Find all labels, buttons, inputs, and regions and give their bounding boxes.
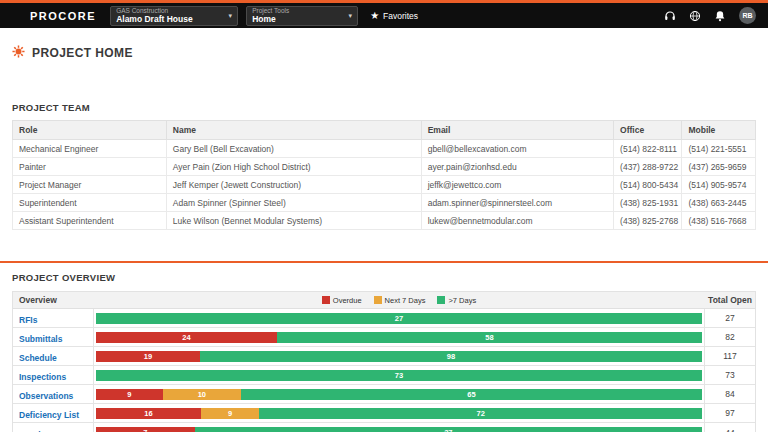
stacked-bar: 27	[96, 313, 702, 324]
total-open-value: 27	[705, 313, 755, 323]
project-tools-selector[interactable]: Project Tools Home ▾	[246, 6, 358, 26]
bar-segment: 10	[163, 389, 241, 400]
team-cell-mobile: (438) 516-7668	[682, 212, 756, 230]
bar-segment: 7	[96, 427, 195, 432]
team-cell-email: jeffk@jewettco.com	[421, 176, 613, 194]
bar-segment: 9	[201, 408, 259, 419]
stacked-bar: 16972	[96, 408, 702, 419]
team-cell-office: (514) 800-5434	[614, 176, 682, 194]
overview-tool-link[interactable]: Submittals	[19, 334, 62, 344]
bar-segment: 65	[241, 389, 702, 400]
team-cell-office: (514) 822-8111	[614, 140, 682, 158]
team-cell-office: (437) 288-9722	[614, 158, 682, 176]
bar-segment: 27	[96, 313, 702, 324]
stacked-bar: 1998	[96, 351, 702, 362]
bar-segment: 58	[277, 332, 702, 343]
team-cell-email: lukew@bennetmodular.com	[421, 212, 613, 230]
bar-segment: 37	[195, 427, 702, 432]
notifications-bell-icon[interactable]	[714, 10, 726, 22]
team-col-name: Name	[166, 121, 421, 140]
bar-segment: 72	[259, 408, 702, 419]
team-cell-role: Superintendent	[13, 194, 167, 212]
team-cell-office: (438) 825-1931	[614, 194, 682, 212]
team-row: Project Manager Jeff Kemper (Jewett Cons…	[13, 176, 756, 194]
stacked-bar: 73	[96, 370, 702, 381]
team-cell-mobile: (514) 221-5551	[682, 140, 756, 158]
team-cell-name: Adam Spinner (Spinner Steel)	[166, 194, 421, 212]
legend-label: Next 7 Days	[385, 296, 426, 305]
project-overview-heading: PROJECT OVERVIEW	[12, 272, 756, 283]
legend-swatch-icon	[322, 296, 330, 304]
total-open-value: 44	[705, 428, 755, 432]
project-overview-table: Overview Overdue Next 7 Days >7 Days Tot…	[12, 291, 756, 432]
team-cell-office: (438) 825-2768	[614, 212, 682, 230]
legend-label: >7 Days	[448, 296, 476, 305]
legend-item: Overdue	[322, 296, 362, 305]
bar-segment: 98	[200, 351, 702, 362]
team-table-body: Mechanical Engineer Gary Bell (Bell Exca…	[13, 140, 756, 230]
total-open-value: 97	[705, 408, 755, 418]
overview-row: RFIs 27 27	[13, 309, 755, 328]
legend-swatch-icon	[374, 296, 382, 304]
overview-tool-link[interactable]: RFIs	[19, 315, 37, 325]
overview-row: Meetings 737 44	[13, 423, 755, 432]
bar-segment: 73	[96, 370, 702, 381]
company-project-selector[interactable]: GAS Construction Alamo Draft House ▾	[110, 6, 238, 26]
project-team-heading: PROJECT TEAM	[12, 102, 756, 113]
team-cell-name: Luke Wilson (Bennet Modular Systems)	[166, 212, 421, 230]
team-header-row: Role Name Email Office Mobile	[13, 121, 756, 140]
team-cell-role: Painter	[13, 158, 167, 176]
support-headset-icon[interactable]	[664, 10, 676, 22]
overview-row: Observations 91065 84	[13, 385, 755, 404]
globe-icon[interactable]	[689, 10, 701, 22]
overview-tool-link[interactable]: Schedule	[19, 353, 57, 363]
favorites-label: Favorites	[383, 11, 418, 21]
team-cell-name: Gary Bell (Bell Excavation)	[166, 140, 421, 158]
stacked-bar: 2458	[96, 332, 702, 343]
legend-swatch-icon	[437, 296, 445, 304]
total-open-value: 117	[705, 351, 755, 361]
legend-item: >7 Days	[437, 296, 476, 305]
overview-tool-link[interactable]: Inspections	[19, 372, 66, 382]
team-cell-email: adam.spinner@spinnersteel.com	[421, 194, 613, 212]
team-row: Mechanical Engineer Gary Bell (Bell Exca…	[13, 140, 756, 158]
favorites-button[interactable]: ★ Favorites	[370, 10, 418, 21]
user-avatar[interactable]: RB	[739, 7, 756, 24]
legend-label: Overdue	[333, 296, 362, 305]
chevron-down-icon: ▾	[349, 12, 353, 20]
project-name-value: Alamo Draft House	[116, 15, 224, 24]
team-cell-role: Project Manager	[13, 176, 167, 194]
section-divider	[0, 261, 768, 263]
star-icon: ★	[370, 10, 379, 21]
team-row: Assistant Superintendent Luke Wilson (Be…	[13, 212, 756, 230]
team-row: Painter Ayer Pain (Zion High School Dist…	[13, 158, 756, 176]
bar-segment: 19	[96, 351, 200, 362]
team-cell-mobile: (437) 265-9659	[682, 158, 756, 176]
overview-row: Deficiency List 16972 97	[13, 404, 755, 423]
total-open-value: 73	[705, 370, 755, 380]
overview-column-header: Overview	[13, 295, 93, 305]
bar-segment: 24	[96, 332, 277, 343]
team-cell-email: gbell@bellexcavation.com	[421, 140, 613, 158]
team-col-email: Email	[421, 121, 613, 140]
overview-tool-link[interactable]: Deficiency List	[19, 410, 79, 420]
page-title: PROJECT HOME	[32, 46, 133, 60]
gear-icon	[12, 44, 25, 62]
chart-legend: Overdue Next 7 Days >7 Days	[93, 296, 705, 305]
overview-row: Schedule 1998 117	[13, 347, 755, 366]
team-cell-mobile: (514) 905-9574	[682, 176, 756, 194]
team-row: Superintendent Adam Spinner (Spinner Ste…	[13, 194, 756, 212]
team-cell-email: ayer.pain@zionhsd.edu	[421, 158, 613, 176]
project-team-table: Role Name Email Office Mobile Mechanical…	[12, 120, 756, 230]
team-cell-name: Jeff Kemper (Jewett Construction)	[166, 176, 421, 194]
team-col-mobile: Mobile	[682, 121, 756, 140]
overview-tool-link[interactable]: Observations	[19, 391, 73, 401]
chevron-down-icon: ▾	[229, 12, 233, 20]
overview-row: Inspections 73 73	[13, 366, 755, 385]
current-tool-value: Home	[252, 15, 344, 24]
team-cell-name: Ayer Pain (Zion High School District)	[166, 158, 421, 176]
overview-row: Submittals 2458 82	[13, 328, 755, 347]
legend-item: Next 7 Days	[374, 296, 426, 305]
procore-logo[interactable]: PROCORE	[30, 10, 96, 22]
team-col-office: Office	[614, 121, 682, 140]
